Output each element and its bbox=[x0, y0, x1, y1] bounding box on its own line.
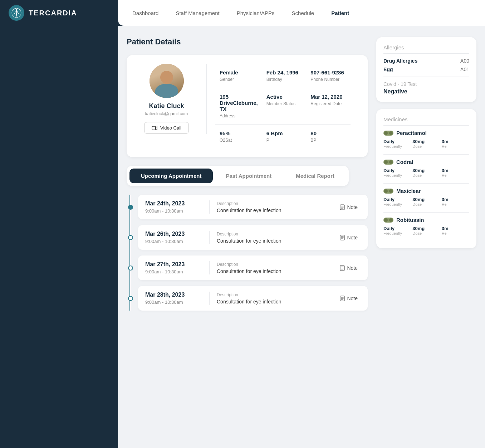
address-value: 195 DriveCleburne, TX bbox=[220, 94, 258, 112]
video-call-button[interactable]: Video Call bbox=[144, 122, 189, 134]
allergy-name-2: Egg bbox=[383, 67, 393, 72]
med-freq-2: Daily Frequently bbox=[383, 168, 411, 177]
appt-desc-text-2: Consultation for eye infection bbox=[217, 238, 337, 244]
appt-desc-text-4: Consultation for eye infection bbox=[217, 299, 337, 305]
registered-date-label: Registered Date bbox=[310, 101, 346, 106]
tab-upcoming-appointment[interactable]: Upcoming Appointment bbox=[129, 169, 213, 183]
allergy-code-2: A01 bbox=[460, 67, 469, 72]
pulse-field: 6 Bpm P bbox=[262, 125, 307, 148]
tab-medical-report[interactable]: Medical Report bbox=[284, 169, 346, 183]
o2sat-value: 95% bbox=[220, 130, 258, 136]
patient-card: Katie Cluck katiecluck@gamil.com Video C… bbox=[127, 55, 368, 157]
med-dose-label-2: Doze bbox=[412, 173, 440, 177]
appointment-card-2: Mar 26th, 2023 9:00am - 10:30am Descript… bbox=[138, 225, 368, 250]
video-icon bbox=[152, 126, 157, 130]
medicine-name-4: Robitussin bbox=[396, 217, 424, 223]
phone-label: Phone Number bbox=[310, 77, 346, 82]
phone-field: 907-661-9286 Phone Number bbox=[306, 64, 351, 88]
note-button-1[interactable]: Note bbox=[337, 203, 361, 211]
main-content: Patient Details Katie Cluck katiecluck@g… bbox=[127, 37, 368, 437]
note-label-2: Note bbox=[347, 235, 358, 240]
top-navigation: TERCARDIA Dashboard Staff Management Phy… bbox=[0, 0, 485, 26]
logo-icon bbox=[9, 5, 24, 21]
note-label-3: Note bbox=[347, 265, 358, 271]
gender-value: Female bbox=[220, 69, 258, 76]
medicine-name-row-1: Peracitamol bbox=[383, 130, 469, 136]
timeline-line bbox=[129, 195, 130, 311]
medicine-name-3: Maxiclear bbox=[396, 188, 421, 194]
med-refill-label-1: Re bbox=[442, 144, 469, 148]
med-freq-value-4: Daily bbox=[383, 226, 411, 231]
medicines-section: Medicines Peracitamol Daily Frequently 3… bbox=[376, 109, 476, 248]
appointments-timeline: Mar 24th, 2023 9:00am - 10:30am Descript… bbox=[127, 195, 368, 311]
appt-desc-text-1: Consultation for eye infection bbox=[217, 208, 337, 213]
appt-date-section-2: Mar 26th, 2023 9:00am - 10:30am bbox=[145, 231, 210, 244]
med-refill-label-2: Re bbox=[442, 173, 469, 177]
note-button-4[interactable]: Note bbox=[337, 294, 361, 303]
note-label-1: Note bbox=[347, 204, 358, 210]
nav-patient[interactable]: Patient bbox=[331, 7, 349, 19]
med-dose-4: 30mg Doze bbox=[412, 226, 440, 235]
med-freq-label-4: Frequently bbox=[383, 231, 411, 235]
med-divider-3 bbox=[383, 212, 469, 213]
patient-profile: Katie Cluck katiecluck@gamil.com Video C… bbox=[135, 64, 207, 134]
birthday-label: Birthday bbox=[266, 77, 302, 82]
medicine-details-1: Daily Frequently 30mg Doze 3m Re bbox=[383, 139, 469, 148]
medicine-name-2: Codral bbox=[396, 159, 413, 165]
birthday-field: Feb 24, 1996 Birthday bbox=[262, 64, 307, 88]
medicine-item-2: Codral Daily Frequently 30mg Doze 3m bbox=[383, 159, 469, 177]
bp-field: 80 BP bbox=[306, 125, 351, 148]
nav-physician-apps[interactable]: Physician/APPs bbox=[237, 7, 275, 19]
logo-area: TERCARDIA bbox=[0, 0, 118, 26]
appointment-item-4: Mar 28th, 2023 9:00am - 10:30am Descript… bbox=[138, 286, 368, 311]
med-freq-value-3: Daily bbox=[383, 197, 411, 202]
med-divider-2 bbox=[383, 183, 469, 184]
appointment-item-1: Mar 24th, 2023 9:00am - 10:30am Descript… bbox=[138, 195, 368, 219]
tabs-container: Upcoming Appointment Past Appointment Me… bbox=[127, 166, 349, 186]
appt-desc-section-3: Description Consultation for eye infecti… bbox=[210, 262, 337, 274]
allergies-divider bbox=[383, 77, 469, 77]
nav-staff-management[interactable]: Staff Management bbox=[176, 7, 219, 19]
appt-time-1: 9:00am - 10:30am bbox=[145, 208, 202, 214]
svg-rect-3 bbox=[152, 126, 156, 130]
avatar bbox=[150, 64, 184, 98]
med-freq-3: Daily Frequently bbox=[383, 197, 411, 206]
medicine-icon-3 bbox=[383, 189, 393, 194]
med-dose-1: 30mg Doze bbox=[412, 139, 440, 148]
appt-desc-label-4: Description bbox=[217, 292, 337, 297]
medicines-title: Medicines bbox=[383, 116, 469, 126]
patient-name: Katie Cluck bbox=[149, 102, 184, 110]
med-dose-2: 30mg Doze bbox=[412, 168, 440, 177]
med-dose-label-1: Doze bbox=[412, 144, 440, 148]
med-freq-1: Daily Frequently bbox=[383, 139, 411, 148]
pulse-value: 6 Bpm bbox=[266, 130, 302, 136]
appt-desc-label-3: Description bbox=[217, 262, 337, 267]
note-icon-1 bbox=[340, 204, 345, 210]
avatar-image bbox=[150, 64, 184, 98]
note-button-2[interactable]: Note bbox=[337, 233, 361, 242]
medicine-name-row-3: Maxiclear bbox=[383, 188, 469, 194]
appt-time-3: 9:00am - 10:30am bbox=[145, 269, 202, 274]
appt-date-1: Mar 24th, 2023 bbox=[145, 200, 202, 207]
nav-dashboard[interactable]: Dashboard bbox=[132, 7, 158, 19]
page-title: Patient Details bbox=[127, 37, 368, 47]
med-refill-value-1: 3m bbox=[442, 139, 469, 144]
covid-result: Negative bbox=[383, 88, 469, 95]
appt-time-2: 9:00am - 10:30am bbox=[145, 239, 202, 244]
note-button-3[interactable]: Note bbox=[337, 264, 361, 272]
covid-label: Covid - 19 Test bbox=[383, 81, 469, 87]
patient-email: katiecluck@gamil.com bbox=[145, 111, 188, 116]
appt-date-section-3: Mar 27th, 2023 9:00am - 10:30am bbox=[145, 261, 210, 274]
timeline-dot-3 bbox=[128, 266, 133, 271]
appt-date-section-1: Mar 24th, 2023 9:00am - 10:30am bbox=[145, 200, 210, 214]
nav-schedule[interactable]: Schedule bbox=[292, 7, 314, 19]
med-freq-value-2: Daily bbox=[383, 168, 411, 173]
appt-desc-section-4: Description Consultation for eye infecti… bbox=[210, 292, 337, 305]
appt-desc-label-1: Description bbox=[217, 201, 337, 206]
note-icon-3 bbox=[340, 265, 345, 271]
med-refill-3: 3m Re bbox=[442, 197, 469, 206]
appt-desc-section-2: Description Consultation for eye infecti… bbox=[210, 232, 337, 244]
appointment-item-3: Mar 27th, 2023 9:00am - 10:30am Descript… bbox=[138, 255, 368, 280]
tab-past-appointment[interactable]: Past Appointment bbox=[214, 169, 283, 183]
logo-text: TERCARDIA bbox=[29, 9, 77, 17]
